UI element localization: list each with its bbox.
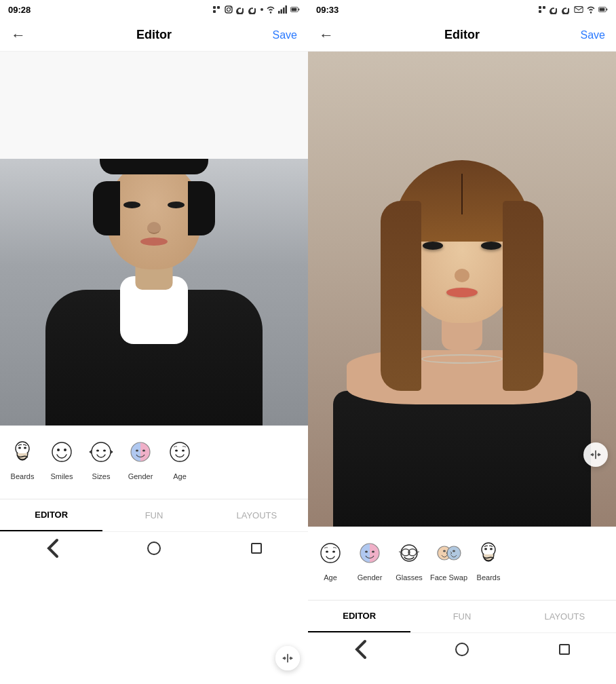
svg-rect-8 [283,7,285,14]
beards-label-right: Beards [477,573,501,582]
back-button-right[interactable]: ← [319,26,334,44]
home-sys-right[interactable] [448,639,476,660]
svg-point-20 [96,450,99,452]
nav-fun-left[interactable]: FUN [102,499,205,531]
split-icon-left [282,652,294,664]
recent-square-right [559,644,570,655]
tool-age-right[interactable]: Age [311,534,350,584]
svg-point-30 [142,450,145,452]
gender-icon-left [124,436,157,468]
age-icon-left [163,436,196,468]
svg-rect-39 [600,8,605,12]
lips-right [446,288,478,297]
nav-editor-left[interactable]: EDITOR [0,499,102,531]
left-panel: 09:28 ← Editor Save [0,0,308,684]
back-sys-left[interactable] [38,537,65,559]
tool-glasses-right[interactable]: Glasses [389,534,429,584]
hair-right-right [503,201,543,391]
svg-rect-37 [575,7,583,13]
age-icon-right [314,537,347,569]
svg-rect-2 [213,10,216,13]
header-left: ← Editor Save [0,19,308,52]
mail-icon-right [574,5,583,14]
notification-icon [212,5,221,14]
glasses-icon-right [393,537,425,569]
svg-point-31 [170,442,189,461]
svg-point-49 [365,551,368,553]
save-button-left[interactable]: Save [273,29,297,41]
smiles-icon-left [45,436,78,468]
svg-point-21 [103,450,106,452]
status-bar-right: 09:33 [308,0,616,19]
recent-sys-right[interactable] [551,639,578,660]
faceswap-label-right: Face Swap [430,573,467,582]
svg-rect-9 [286,5,288,14]
tool-faceswap-right[interactable]: Face Swap [429,534,469,584]
left-white-area [0,52,308,159]
svg-point-5 [230,7,231,8]
tiktok-icon-2 [248,5,258,14]
lips-shape [140,238,168,246]
svg-point-33 [182,450,185,452]
time-right: 09:33 [316,5,339,15]
header-title-right: Editor [444,28,480,42]
divider-handle-left[interactable] [275,646,300,670]
nav-editor-right[interactable]: EDITOR [308,601,410,632]
header-title-left: Editor [136,28,172,42]
notification-icon-right [537,5,547,14]
tool-gender-right[interactable]: Gender [350,534,389,584]
right-photo-area [308,52,616,527]
wifi-icon [266,5,275,14]
sys-nav-left [0,531,308,564]
tool-sizes-left[interactable]: Sizes [81,433,121,483]
svg-point-15 [24,447,26,449]
svg-rect-7 [281,10,283,14]
sys-nav-right [308,632,616,665]
recent-sys-left[interactable] [243,537,270,559]
home-circle-right [455,643,469,656]
svg-point-42 [326,551,328,553]
divider-handle-right[interactable] [583,442,608,467]
recent-square-left [251,543,262,554]
tool-beards-right[interactable]: Beards [469,534,508,584]
save-button-right[interactable]: Save [581,29,605,41]
svg-point-29 [136,450,138,452]
back-button-left[interactable]: ← [11,26,26,44]
signal-icon [278,5,288,14]
svg-point-63 [490,548,493,550]
back-sys-right[interactable] [346,639,373,660]
body-black [333,391,591,527]
right-eye-right [481,242,501,250]
home-sys-left[interactable] [140,537,168,559]
gender-label-right: Gender [358,573,383,582]
battery-icon-left [290,5,300,14]
left-eye-right [423,242,443,250]
back-sys-icon-left [38,535,65,562]
svg-point-41 [321,544,340,563]
nav-layouts-left[interactable]: LAYOUTS [206,499,308,531]
right-panel: 09:33 ← Editor Save [308,0,616,684]
hair-right [188,181,215,235]
svg-point-4 [227,8,231,12]
tool-gender-left[interactable]: Gender [121,433,160,483]
tool-smiles-left[interactable]: Smiles [42,433,81,483]
tiktok-icon-right-2 [562,5,571,14]
battery-icon-right [598,5,608,14]
wifi-icon-right [586,5,596,14]
glasses-label-right: Glasses [396,573,423,582]
svg-point-43 [332,551,335,553]
nose-right [455,269,469,282]
nav-fun-right[interactable]: FUN [410,601,513,632]
necklace [421,354,503,364]
beards-label-left: Beards [11,472,35,480]
tool-age-left[interactable]: Age [160,433,199,483]
right-eye [168,202,185,208]
nav-layouts-right[interactable]: LAYOUTS [514,601,616,632]
faceswap-icon-right [433,537,465,569]
svg-rect-6 [278,11,280,14]
svg-rect-11 [292,8,297,12]
hair-part [461,174,463,214]
tool-beards-left[interactable]: Beards [3,433,42,483]
svg-point-17 [57,449,60,451]
svg-point-14 [18,447,21,449]
